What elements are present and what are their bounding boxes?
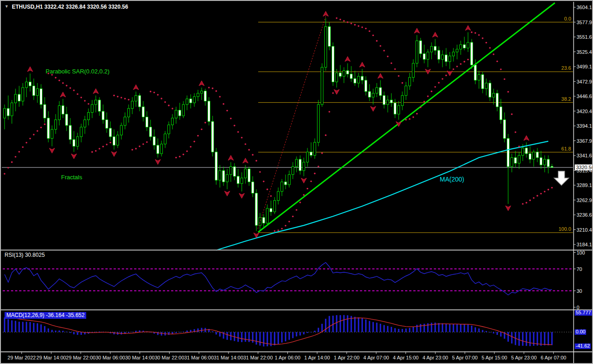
rsi-axis-tick: 0: [577, 305, 579, 310]
time-axis-label: 4 Apr 23:00: [422, 355, 448, 360]
fractals-label: Fractals: [61, 174, 82, 180]
time-axis-label: 5 Apr 07:00: [452, 355, 478, 360]
price-axis-tick: 3472.90: [577, 79, 593, 84]
fib-level-label: 23.6: [562, 66, 571, 71]
time-axis-label: 6 Apr 07:00: [541, 355, 566, 360]
time-axis-label: 5 Apr 23:00: [511, 355, 536, 360]
price-axis-tick: 3210.40: [577, 227, 593, 232]
macd-axis-tick: 0.00: [575, 329, 586, 335]
price-axis-tick: 3394.15: [577, 124, 593, 129]
time-axis-label: 1 Apr 06:00: [275, 355, 300, 360]
time-axis-label: 1 Apr 14:00: [304, 355, 330, 360]
chart-title-ohlc: ETHUSD,H1 3322.42 3326.84 3320.56 3320.5…: [12, 4, 128, 10]
ma200-label: MA(200): [440, 176, 464, 182]
time-axis-label: 29 Mar 14:00: [36, 355, 66, 360]
time-axis-label: 4 Apr 07:00: [364, 355, 389, 360]
time-axis-label: 30 Mar 22:00: [155, 355, 184, 360]
price-chart-canvas[interactable]: [1, 1, 593, 364]
price-axis-tick: 3604.15: [577, 5, 593, 10]
chart-window: ▼ ETHUSD,H1 3322.42 3326.84 3320.56 3320…: [0, 0, 593, 364]
fib-level-label: 100.0: [558, 227, 571, 232]
price-axis-tick: 3236.65: [577, 213, 593, 218]
price-axis-tick: 3499.15: [577, 64, 593, 69]
time-axis-label: 1 Apr 22:00: [334, 355, 359, 360]
price-axis-tick: 3577.90: [577, 20, 593, 25]
collapse-triangle-icon[interactable]: ▼: [5, 5, 9, 9]
fib-level-label: 61.8: [562, 146, 571, 151]
time-axis-label: 30 Mar 06:00: [95, 355, 125, 360]
price-axis-tick: 3551.65: [577, 35, 593, 40]
time-axis-label: 5 Apr 15:00: [482, 355, 507, 360]
price-axis-tick: 3420.40: [577, 109, 593, 114]
rsi-indicator-label: RSI(13) 30.8025: [5, 252, 45, 258]
price-axis-tick: 3367.90: [577, 138, 593, 143]
fib-level-label: 38.2: [562, 97, 571, 102]
price-axis-tick: 3341.65: [577, 153, 593, 158]
rsi-axis-tick: 30: [577, 288, 582, 293]
parabolic-sar-label: Parabolic SAR(0.02,0.2): [46, 68, 109, 74]
macd-axis-tick: -41.62: [575, 343, 591, 349]
price-axis-tick: 3289.15: [577, 183, 593, 188]
current-price-tag: 3320.56: [575, 165, 593, 171]
time-axis-label: 30 Mar 14:00: [125, 355, 155, 360]
time-axis-label: 29 Mar 2022: [8, 355, 36, 360]
rsi-axis-tick: 100: [577, 250, 585, 255]
price-axis-tick: 3446.65: [577, 94, 593, 99]
macd-axis-tick: 55.777: [575, 310, 592, 316]
rsi-axis-tick: 70: [577, 266, 582, 271]
price-axis-tick: 3184.15: [577, 242, 593, 247]
time-axis-label: 31 Mar 22:00: [243, 355, 273, 360]
time-axis-label: 31 Mar 06:00: [184, 355, 214, 360]
price-axis-tick: 3262.90: [577, 198, 593, 203]
fib-level-label: 0.0: [564, 16, 571, 21]
time-axis-label: 4 Apr 15:00: [393, 355, 418, 360]
price-axis-tick: 3525.40: [577, 49, 593, 54]
time-axis-label: 31 Mar 14:00: [213, 355, 243, 360]
macd-indicator-label: MACD(12,26,9) -36.164 -35.652: [5, 312, 86, 319]
time-axis-label: 29 Mar 22:00: [66, 355, 96, 360]
